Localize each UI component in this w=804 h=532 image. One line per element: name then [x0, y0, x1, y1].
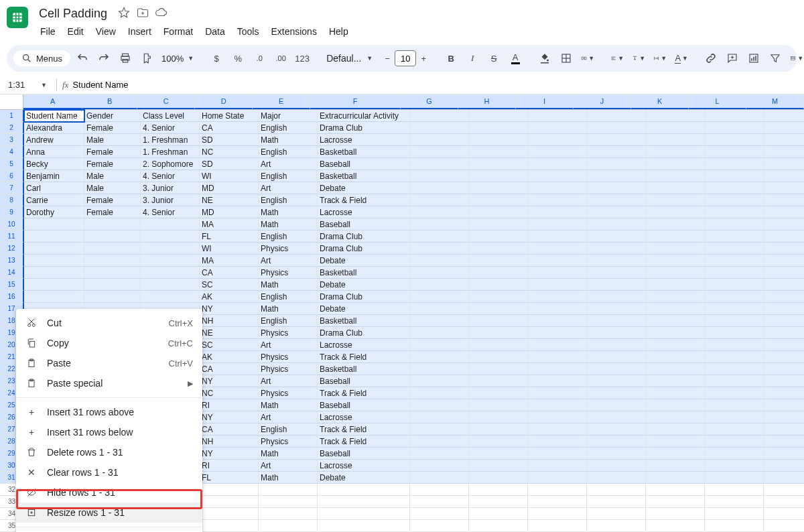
cell[interactable]: [528, 206, 587, 218]
increase-font-button[interactable]: +: [416, 50, 431, 66]
cell[interactable]: Carrie: [24, 194, 84, 206]
cell[interactable]: MA: [200, 255, 259, 267]
cell[interactable]: [587, 460, 646, 472]
cell[interactable]: [646, 508, 705, 520]
cell[interactable]: [528, 436, 587, 448]
cell[interactable]: [318, 508, 410, 520]
menu-tools[interactable]: Tools: [232, 23, 265, 40]
cell[interactable]: [646, 230, 705, 243]
cell[interactable]: [200, 484, 259, 496]
borders-button[interactable]: [557, 49, 576, 68]
cell[interactable]: Physics: [259, 327, 318, 339]
cell[interactable]: 3. Junior: [141, 194, 200, 206]
cell[interactable]: [469, 122, 528, 134]
cell[interactable]: [646, 460, 705, 472]
cell[interactable]: Debate: [318, 255, 410, 267]
cell[interactable]: [764, 182, 804, 194]
cell[interactable]: English: [259, 122, 318, 134]
cell[interactable]: [24, 291, 84, 303]
cell[interactable]: Math: [259, 399, 318, 411]
cell[interactable]: [764, 230, 804, 243]
cell[interactable]: [469, 363, 528, 375]
cell[interactable]: Lacrosse: [318, 206, 410, 218]
cloud-status-icon[interactable]: [155, 7, 168, 21]
cell[interactable]: [528, 496, 587, 508]
cell[interactable]: FL: [200, 230, 259, 243]
cm-paste-special[interactable]: Paste special ▶: [16, 373, 202, 393]
cell[interactable]: Debate: [318, 303, 410, 315]
cell[interactable]: 1. Freshman: [141, 134, 200, 146]
cell[interactable]: [705, 436, 764, 448]
col-header-L[interactable]: L: [689, 94, 746, 109]
cell[interactable]: [528, 110, 587, 122]
cell[interactable]: [646, 182, 705, 194]
menu-file[interactable]: File: [35, 23, 61, 40]
cell[interactable]: [587, 411, 646, 423]
cell[interactable]: [318, 520, 410, 532]
cell[interactable]: Dorothy: [24, 206, 84, 218]
cell[interactable]: NY: [200, 448, 259, 460]
row-header-4[interactable]: 4: [0, 146, 24, 158]
cell[interactable]: Math: [259, 206, 318, 218]
cell[interactable]: [528, 218, 587, 230]
cell[interactable]: [528, 351, 587, 363]
cell[interactable]: [469, 303, 528, 315]
cell[interactable]: [764, 255, 804, 267]
row-header-1[interactable]: 1: [0, 110, 24, 122]
cell[interactable]: [705, 291, 764, 303]
cell[interactable]: [528, 315, 587, 327]
cell[interactable]: [705, 472, 764, 484]
cell[interactable]: [469, 158, 528, 170]
star-icon[interactable]: [118, 7, 130, 21]
cell[interactable]: [705, 448, 764, 460]
cell[interactable]: [705, 134, 764, 146]
cell[interactable]: [410, 218, 469, 230]
cell[interactable]: Male: [84, 134, 141, 146]
cell[interactable]: [705, 363, 764, 375]
strikethrough-button[interactable]: S: [484, 49, 503, 68]
cell[interactable]: [646, 243, 705, 255]
cell[interactable]: Female: [84, 146, 141, 158]
cell[interactable]: [764, 423, 804, 436]
cell[interactable]: Lacrosse: [318, 134, 410, 146]
cell[interactable]: Lacrosse: [318, 460, 410, 472]
cell[interactable]: [200, 496, 259, 508]
cell[interactable]: SD: [200, 134, 259, 146]
cell[interactable]: [764, 122, 804, 134]
cell[interactable]: [587, 267, 646, 279]
row-header-10[interactable]: 10: [0, 218, 24, 230]
cell[interactable]: Baseball: [318, 448, 410, 460]
cell[interactable]: [587, 243, 646, 255]
cell[interactable]: [528, 158, 587, 170]
cell[interactable]: [587, 375, 646, 387]
cell[interactable]: Art: [259, 460, 318, 472]
cell[interactable]: Drama Club: [318, 230, 410, 243]
cell[interactable]: NC: [200, 387, 259, 399]
cell[interactable]: [764, 279, 804, 291]
cell[interactable]: Physics: [259, 436, 318, 448]
cell[interactable]: Art: [259, 182, 318, 194]
cell[interactable]: [528, 255, 587, 267]
cell[interactable]: SC: [200, 279, 259, 291]
cell[interactable]: [259, 484, 318, 496]
cell[interactable]: [410, 158, 469, 170]
cell[interactable]: [764, 363, 804, 375]
cell[interactable]: [646, 158, 705, 170]
cell[interactable]: [469, 472, 528, 484]
row-header-11[interactable]: 11: [0, 230, 24, 243]
cell[interactable]: Basketball: [318, 315, 410, 327]
cell[interactable]: Physics: [259, 267, 318, 279]
cell[interactable]: Track & Field: [318, 387, 410, 399]
col-header-F[interactable]: F: [310, 94, 401, 109]
wrap-button[interactable]: ▼: [651, 49, 669, 68]
cell[interactable]: Drama Club: [318, 122, 410, 134]
cell[interactable]: 1. Freshman: [141, 146, 200, 158]
cell[interactable]: [705, 194, 764, 206]
cell[interactable]: [587, 291, 646, 303]
filter-views-button[interactable]: ▼: [787, 49, 804, 68]
cell[interactable]: English: [259, 291, 318, 303]
menu-help[interactable]: Help: [324, 23, 354, 40]
cell[interactable]: [410, 194, 469, 206]
cell[interactable]: [587, 448, 646, 460]
cell[interactable]: Female: [84, 122, 141, 134]
